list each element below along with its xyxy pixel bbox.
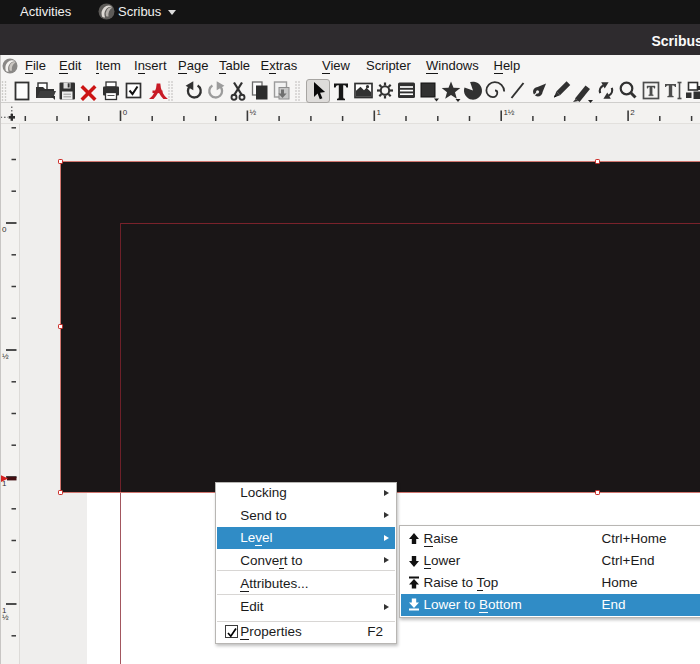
svg-text:1: 1	[377, 108, 382, 117]
svg-text:1½: 1½	[503, 108, 514, 117]
svg-text:0: 0	[2, 225, 7, 234]
svg-text:0: 0	[123, 108, 128, 117]
svg-text:½: ½	[2, 352, 9, 361]
svg-text:½: ½	[250, 108, 257, 117]
svg-text:2: 2	[630, 108, 635, 117]
svg-text:½: ½	[2, 613, 9, 622]
